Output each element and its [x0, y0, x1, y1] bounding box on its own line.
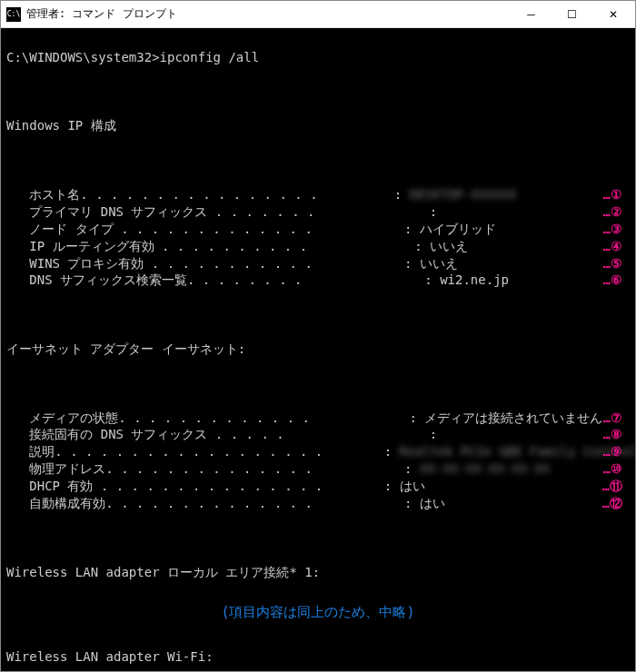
ipconfig-2-label: ノード タイプ . . . . . . . . . . . . . :: [6, 221, 420, 238]
ipconfig-0-row: ホスト名. . . . . . . . . . . . . . . . : DE…: [6, 186, 630, 203]
ipconfig-0-label: ホスト名. . . . . . . . . . . . . . . . :: [6, 186, 410, 203]
eth-0-label: メディアの状態. . . . . . . . . . . . . :: [6, 410, 424, 427]
ethernet-section: メディアの状態. . . . . . . . . . . . . : メディアは…: [6, 410, 630, 512]
prompt-path: C:\WINDOWS\system32>: [6, 49, 160, 66]
ipconfig-1-label: プライマリ DNS サフィックス . . . . . . . :: [6, 203, 445, 221]
command-text: ipconfig /all: [160, 49, 260, 66]
eth-0-row: メディアの状態. . . . . . . . . . . . . : メディアは…: [6, 410, 630, 427]
blank-line: [6, 152, 630, 169]
ipconfig-5-label: DNS サフィックス検索一覧. . . . . . . . :: [6, 272, 440, 289]
prompt-line: C:\WINDOWS\system32>ipconfig /all: [6, 49, 630, 66]
titlebar: C:\ 管理者: コマンド プロンプト ─ ☐ ✕: [1, 1, 635, 28]
eth-4-annotation: …⑪: [602, 478, 622, 495]
eth-2-annotation: …⑨: [603, 443, 622, 460]
section-header-ipconfig: Windows IP 構成: [6, 117, 630, 134]
eth-5-annotation: …⑫: [602, 495, 622, 512]
eth-5-value: はい: [420, 495, 445, 512]
ipconfig-1-row: プライマリ DNS サフィックス . . . . . . . : …②: [6, 203, 630, 221]
ipconfig-3-label: IP ルーティング有効 . . . . . . . . . . :: [6, 238, 430, 255]
ipconfig-2-row: ノード タイプ . . . . . . . . . . . . . : ハイブリ…: [6, 221, 630, 238]
ipconfig-5-row: DNS サフィックス検索一覧. . . . . . . . : wi2.ne.j…: [6, 272, 630, 289]
maximize-button[interactable]: ☐: [552, 2, 592, 27]
ipconfig-4-label: WINS プロキシ有効 . . . . . . . . . . . :: [6, 255, 420, 272]
ipconfig-5-value: wi2.ne.jp: [440, 272, 509, 289]
eth-2-value: Realtek PCIe GBE Family Controller: [400, 443, 635, 460]
cmd-icon: C:\: [6, 7, 21, 22]
terminal-output[interactable]: C:\WINDOWS\system32>ipconfig /all Window…: [1, 28, 635, 671]
eth-5-label: 自動構成有効. . . . . . . . . . . . . . :: [6, 495, 420, 512]
blank-line: [6, 306, 630, 323]
ipconfig-4-value: いいえ: [420, 255, 458, 272]
omitted-note: (項目内容は同上のため、中略): [6, 598, 630, 630]
close-button[interactable]: ✕: [592, 2, 633, 27]
window-controls: ─ ☐ ✕: [511, 2, 633, 27]
ipconfig-4-annotation: …⑤: [603, 255, 622, 272]
eth-2-label: 説明. . . . . . . . . . . . . . . . . . :: [6, 443, 400, 460]
ipconfig-1-annotation: …②: [603, 203, 622, 221]
ipconfig-0-annotation: …①: [603, 186, 622, 203]
ipconfig-5-annotation: …⑥: [603, 272, 622, 289]
eth-1-label: 接続固有の DNS サフィックス . . . . . :: [6, 426, 445, 443]
ipconfig-3-value: いいえ: [430, 238, 468, 255]
ipconfig-3-annotation: …④: [603, 238, 622, 255]
section-header-wlan-local: Wireless LAN adapter ローカル エリア接続* 1:: [6, 564, 630, 581]
eth-3-row: 物理アドレス. . . . . . . . . . . . . . : XX-X…: [6, 460, 630, 478]
section-header-ethernet: イーサネット アダプター イーサネット:: [6, 341, 630, 358]
blank-line: [6, 84, 630, 101]
eth-4-row: DHCP 有効 . . . . . . . . . . . . . . . : …: [6, 478, 630, 495]
minimize-button[interactable]: ─: [511, 2, 552, 27]
eth-2-row: 説明. . . . . . . . . . . . . . . . . . : …: [6, 443, 630, 460]
ipconfig-2-value: ハイブリッド: [420, 221, 496, 238]
ipconfig-3-row: IP ルーティング有効 . . . . . . . . . . : いいえ…④: [6, 238, 630, 255]
eth-0-annotation: …⑦: [603, 410, 622, 427]
eth-5-row: 自動構成有効. . . . . . . . . . . . . . : はい…⑫: [6, 495, 630, 512]
eth-0-value: メディアは接続されていません: [424, 410, 602, 427]
window-title: 管理者: コマンド プロンプト: [26, 6, 511, 22]
eth-1-row: 接続固有の DNS サフィックス . . . . . : …⑧: [6, 426, 630, 443]
ipconfig-4-row: WINS プロキシ有効 . . . . . . . . . . . : いいえ……: [6, 255, 630, 272]
blank-line: [6, 529, 630, 547]
eth-4-value: はい: [400, 478, 425, 495]
eth-4-label: DHCP 有効 . . . . . . . . . . . . . . . :: [6, 478, 400, 495]
eth-1-annotation: …⑧: [603, 426, 622, 443]
blank-line: [6, 375, 630, 392]
eth-3-label: 物理アドレス. . . . . . . . . . . . . . :: [6, 460, 420, 478]
ip-config-section: ホスト名. . . . . . . . . . . . . . . . : DE…: [6, 186, 630, 289]
ipconfig-0-value: DESKTOP-XXXXXX: [410, 186, 517, 203]
section-header-wifi: Wireless LAN adapter Wi-Fi:: [6, 648, 630, 666]
eth-3-value: XX-XX-XX-XX-XX-XX: [420, 460, 550, 478]
command-prompt-window: C:\ 管理者: コマンド プロンプト ─ ☐ ✕ C:\WINDOWS\sys…: [0, 0, 636, 672]
eth-3-annotation: …⑩: [603, 460, 622, 478]
ipconfig-2-annotation: …③: [603, 221, 622, 238]
